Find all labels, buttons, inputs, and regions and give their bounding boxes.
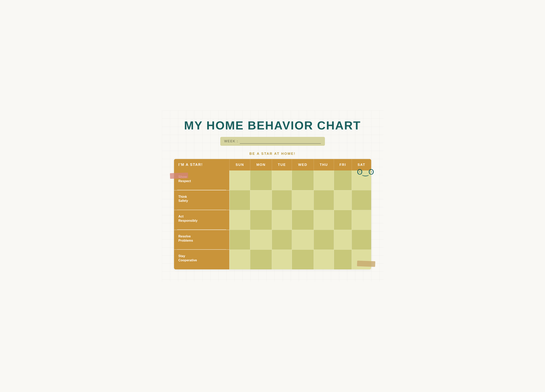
page-title: MY HOME BEHAVIOR CHART (174, 119, 371, 132)
table-row: ThinkSafety (174, 190, 371, 210)
row-label-text: ResolveProblems (179, 234, 226, 243)
row-label-text: ActResponsibly (179, 215, 226, 223)
week-input-wrapper: WEEK : (220, 137, 325, 146)
chart-cell[interactable] (334, 250, 352, 269)
table-row: ShowRespect (174, 170, 371, 190)
chart-cell[interactable] (352, 190, 371, 210)
chart-cell[interactable] (272, 230, 292, 250)
tape-decoration-top-left (170, 173, 188, 179)
chart-cell[interactable] (292, 210, 314, 230)
chart-cell[interactable] (292, 190, 314, 210)
chart-cell[interactable] (250, 250, 272, 269)
chart-cell[interactable] (334, 170, 352, 190)
chart-table: I'M A STAR! SUN MON TUE WED THU FRI SAT … (174, 159, 371, 269)
chart-cell[interactable] (352, 230, 371, 250)
row-label-cell: ThinkSafety (174, 190, 229, 210)
table-row: ActResponsibly (174, 210, 371, 230)
chart-cell[interactable] (250, 190, 272, 210)
week-bar: WEEK : (174, 137, 371, 146)
header-col-sun: SUN (229, 159, 250, 170)
header-col-label: I'M A STAR! (174, 159, 229, 170)
tape-decoration-bottom-right (357, 260, 375, 267)
chart-cell[interactable] (229, 190, 250, 210)
table-row: ResolveProblems (174, 230, 371, 250)
row-label-cell: ResolveProblems (174, 230, 229, 250)
chart-cell[interactable] (314, 190, 334, 210)
behavior-chart: I'M A STAR! SUN MON TUE WED THU FRI SAT … (174, 159, 371, 269)
chart-cell[interactable] (272, 250, 292, 269)
chart-cell[interactable] (334, 210, 352, 230)
table-row: StayCooperative (174, 250, 371, 269)
week-input[interactable] (240, 139, 321, 144)
chart-subtitle: BE A STAR AT HOME! (174, 152, 371, 156)
row-label-cell: ActResponsibly (174, 210, 229, 230)
chart-cell[interactable] (334, 190, 352, 210)
page-container: ʘ‿ʘ MY HOME BEHAVIOR CHART WEEK : BE A S… (162, 111, 383, 281)
chart-cell[interactable] (250, 170, 272, 190)
chart-cell[interactable] (314, 210, 334, 230)
chart-cell[interactable] (229, 170, 250, 190)
header-row: I'M A STAR! SUN MON TUE WED THU FRI SAT (174, 159, 371, 170)
chart-cell[interactable] (250, 230, 272, 250)
smiley-face-icon: ʘ‿ʘ (357, 169, 374, 176)
chart-cell[interactable] (229, 210, 250, 230)
chart-cell[interactable] (250, 210, 272, 230)
chart-body: ShowRespectThinkSafetyActResponsiblyReso… (174, 170, 371, 269)
chart-cell[interactable] (229, 250, 250, 269)
week-label: WEEK : (224, 139, 238, 143)
header-col-thu: THU (314, 159, 334, 170)
header-col-tue: TUE (272, 159, 292, 170)
chart-cell[interactable] (292, 230, 314, 250)
chart-cell[interactable] (314, 170, 334, 190)
header-col-mon: MON (250, 159, 272, 170)
chart-cell[interactable] (272, 190, 292, 210)
chart-cell[interactable] (334, 230, 352, 250)
chart-cell[interactable] (314, 250, 334, 269)
header-col-wed: WED (292, 159, 314, 170)
row-label-text: StayCooperative (179, 254, 226, 263)
row-label-cell: StayCooperative (174, 250, 229, 269)
header-col-fri: FRI (334, 159, 352, 170)
chart-cell[interactable] (314, 230, 334, 250)
row-label-text: ThinkSafety (179, 195, 226, 203)
chart-cell[interactable] (292, 250, 314, 269)
chart-cell[interactable] (292, 170, 314, 190)
chart-cell[interactable] (229, 230, 250, 250)
chart-cell[interactable] (272, 210, 292, 230)
chart-cell[interactable] (352, 210, 371, 230)
chart-cell[interactable] (272, 170, 292, 190)
